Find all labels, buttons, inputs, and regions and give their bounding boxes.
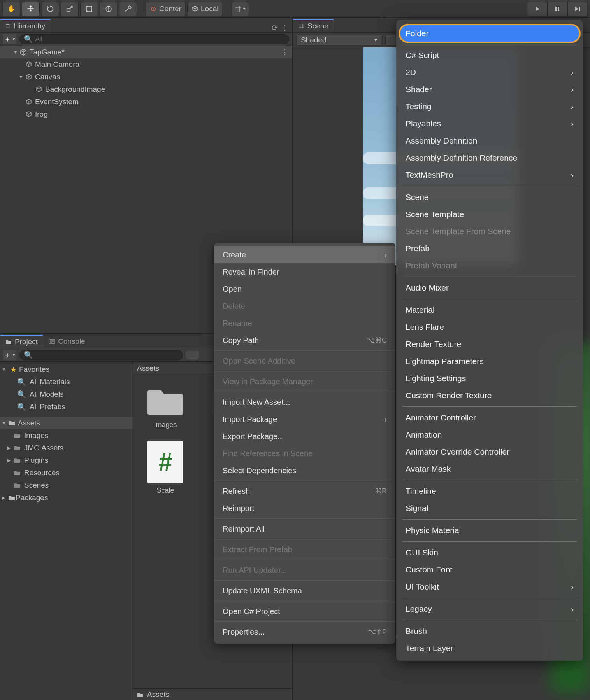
- create-menu-item[interactable]: GUI Skin: [396, 544, 583, 561]
- context-menu-item[interactable]: Properties...⌥⇧P: [214, 623, 395, 640]
- context-menu-item[interactable]: Copy Path⌥⌘C: [214, 332, 395, 349]
- favorite-item[interactable]: 🔍All Models: [0, 388, 132, 401]
- project-folder-item[interactable]: Scenes: [0, 479, 132, 492]
- context-menu-item[interactable]: Select Dependencies: [214, 462, 395, 479]
- create-menu-item[interactable]: UI Toolkit›: [396, 578, 583, 595]
- project-grid-item[interactable]: Images: [140, 383, 191, 429]
- create-menu-item[interactable]: Testing›: [396, 98, 583, 115]
- hierarchy-item[interactable]: ▼Canvas: [0, 71, 292, 83]
- rect-tool-button[interactable]: [80, 2, 98, 16]
- hand-tool-button[interactable]: ✋: [2, 2, 20, 16]
- create-menu-item[interactable]: Custom Font: [396, 561, 583, 578]
- project-search[interactable]: 🔍: [19, 350, 183, 360]
- create-menu-item[interactable]: Prefab: [396, 240, 583, 257]
- hierarchy-item[interactable]: EventSystem: [0, 96, 292, 108]
- console-tab[interactable]: Console: [43, 335, 91, 348]
- packages-header[interactable]: ▶ Packages: [0, 492, 132, 504]
- project-filter-button[interactable]: [186, 350, 199, 360]
- create-menu-item[interactable]: Animator Controller: [396, 409, 583, 426]
- create-menu-item[interactable]: Folder: [400, 25, 579, 42]
- rect-icon: [85, 5, 93, 13]
- create-menu-item[interactable]: Assembly Definition Reference: [396, 149, 583, 166]
- create-menu-item[interactable]: Render Texture: [396, 336, 583, 353]
- context-menu-item[interactable]: Update UXML Schema: [214, 582, 395, 599]
- create-menu-item[interactable]: Shader›: [396, 81, 583, 98]
- project-folder-item[interactable]: Resources: [0, 467, 132, 479]
- context-menu-item[interactable]: Reveal in Finder: [214, 263, 395, 280]
- create-menu-item[interactable]: TextMeshPro›: [396, 166, 583, 184]
- shading-mode-dropdown[interactable]: Shaded ▼: [297, 35, 382, 46]
- favorite-item[interactable]: 🔍All Prefabs: [0, 401, 132, 413]
- lock-icon[interactable]: ⟳: [272, 23, 278, 32]
- context-menu-item[interactable]: Create›: [214, 246, 395, 263]
- create-menu-item[interactable]: Legacy›: [396, 600, 583, 618]
- project-folder-item[interactable]: ▶JMO Assets: [0, 442, 132, 454]
- context-menu-item[interactable]: Export Package...: [214, 428, 395, 445]
- context-menu-item[interactable]: Refresh⌘R: [214, 483, 395, 500]
- hierarchy-item-label: Main Camera: [35, 60, 79, 69]
- move-tool-button[interactable]: [22, 2, 40, 16]
- center-icon: [150, 5, 157, 12]
- project-folder-item[interactable]: ▶Plugins: [0, 454, 132, 467]
- step-button[interactable]: [567, 2, 588, 16]
- create-menu-item[interactable]: Playables›: [396, 115, 583, 132]
- create-menu-item-label: Lighting Settings: [406, 374, 466, 383]
- context-menu-item[interactable]: Reimport: [214, 500, 395, 517]
- custom-tool-button[interactable]: [119, 2, 137, 16]
- create-menu-item[interactable]: Timeline: [396, 483, 583, 500]
- create-menu-separator: [402, 598, 577, 598]
- hierarchy-item[interactable]: BackgroundImage: [0, 83, 292, 96]
- scene-row[interactable]: ▼ TapGame* ⋮: [0, 46, 292, 58]
- scene-menu-button[interactable]: ⋮: [281, 48, 288, 57]
- context-menu-item[interactable]: Open: [214, 280, 395, 298]
- create-menu-item[interactable]: Avatar Mask: [396, 460, 583, 478]
- create-menu-item[interactable]: Assembly Definition: [396, 132, 583, 149]
- scale-tool-button[interactable]: [61, 2, 79, 16]
- snap-button[interactable]: ▼: [231, 2, 249, 16]
- create-menu-item[interactable]: Signal: [396, 500, 583, 517]
- create-menu-item[interactable]: 2D›: [396, 64, 583, 81]
- create-menu-item[interactable]: Animator Override Controller: [396, 443, 583, 460]
- favorites-header[interactable]: ▼ ★ Favorites: [0, 363, 132, 376]
- project-grid-item[interactable]: #Scale: [140, 441, 191, 495]
- create-menu-item[interactable]: C# Script: [396, 47, 583, 64]
- pivot-mode-button[interactable]: Center: [146, 2, 186, 16]
- hierarchy-item[interactable]: frog: [0, 108, 292, 121]
- create-menu-item[interactable]: Lens Flare: [396, 318, 583, 336]
- create-menu-item[interactable]: Brush: [396, 623, 583, 640]
- project-search-input[interactable]: [35, 352, 179, 359]
- favorite-item[interactable]: 🔍All Materials: [0, 376, 132, 388]
- context-menu-item[interactable]: Open C# Project: [214, 603, 395, 620]
- project-folder-item[interactable]: Images: [0, 429, 132, 442]
- rotate-tool-button[interactable]: [41, 2, 59, 16]
- create-menu-item[interactable]: Scene Template: [396, 206, 583, 223]
- create-menu-item[interactable]: Animation: [396, 426, 583, 443]
- hierarchy-search-input[interactable]: [35, 36, 285, 43]
- create-menu-item[interactable]: Physic Material: [396, 522, 583, 539]
- create-menu-item[interactable]: Audio Mixer: [396, 279, 583, 296]
- create-menu-item[interactable]: Scene: [396, 189, 583, 206]
- create-menu-item[interactable]: Lightmap Parameters: [396, 353, 583, 370]
- context-menu-item[interactable]: Reimport All: [214, 520, 395, 537]
- context-menu-item[interactable]: Import New Asset...: [214, 394, 395, 411]
- hierarchy-tab[interactable]: ☰ Hierarchy: [0, 19, 51, 32]
- svg-point-5: [91, 10, 92, 12]
- hierarchy-item[interactable]: Main Camera: [0, 58, 292, 71]
- project-tab[interactable]: Project: [0, 335, 43, 348]
- hierarchy-search[interactable]: 🔍: [19, 34, 289, 44]
- create-menu-item[interactable]: Custom Render Texture: [396, 387, 583, 404]
- project-add-button[interactable]: ＋▼: [3, 350, 16, 360]
- create-menu-item[interactable]: Lighting Settings: [396, 370, 583, 387]
- coordinate-mode-button[interactable]: Local: [187, 2, 223, 16]
- create-menu-item[interactable]: Terrain Layer: [396, 640, 583, 657]
- scene-tab[interactable]: Scene: [293, 19, 334, 32]
- context-menu-item[interactable]: Import Package›: [214, 411, 395, 428]
- hierarchy-add-button[interactable]: ＋▼: [3, 34, 16, 44]
- more-icon[interactable]: ⋮: [281, 23, 288, 32]
- scene-name-label: TapGame*: [30, 48, 65, 56]
- play-button[interactable]: [527, 2, 547, 16]
- transform-tool-button[interactable]: [100, 2, 118, 16]
- create-menu-item[interactable]: Material: [396, 301, 583, 318]
- assets-header[interactable]: ▼ Assets: [0, 417, 132, 429]
- pause-button[interactable]: [547, 2, 567, 16]
